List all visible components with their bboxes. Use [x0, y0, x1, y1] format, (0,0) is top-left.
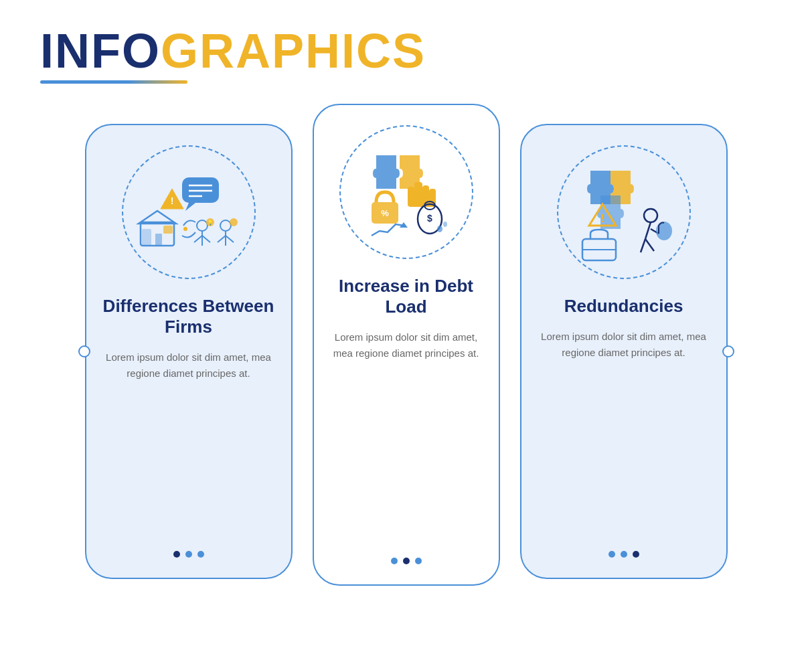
dot-1 [391, 558, 398, 564]
card-body-debt: Lorem ipsum dolor sit dim amet, mea regi… [331, 329, 482, 361]
svg-marker-8 [185, 203, 195, 211]
redundancies-icon-svg: ! [570, 159, 677, 266]
svg-text:💡: 💡 [207, 220, 213, 226]
svg-point-33 [443, 222, 447, 227]
dots-redundancies [608, 544, 639, 558]
svg-line-14 [194, 236, 202, 242]
dot-3 [197, 551, 204, 558]
svg-rect-4 [163, 226, 173, 234]
svg-line-21 [226, 236, 234, 242]
svg-text:$: $ [427, 213, 432, 224]
dot-3 [633, 551, 639, 558]
svg-point-23 [183, 227, 187, 231]
card-debt[interactable]: $ % Increase in Debt Load Lorem ipsum do… [313, 104, 500, 586]
page-wrapper: INFOGRAPHICS ! [0, 0, 812, 656]
svg-rect-2 [155, 234, 162, 246]
dot-1 [608, 551, 615, 558]
svg-point-32 [437, 226, 442, 232]
header: INFOGRAPHICS [40, 27, 426, 84]
card-differences[interactable]: ! 💡 [85, 124, 293, 579]
svg-rect-1 [142, 229, 151, 246]
icon-circle-debt: $ % [339, 125, 473, 259]
svg-line-20 [218, 236, 226, 242]
svg-line-43 [641, 239, 645, 252]
title-info: INFO [40, 24, 161, 78]
svg-point-12 [197, 220, 208, 231]
icon-circle-redundancies: ! [557, 145, 691, 279]
dots-debt [391, 551, 422, 564]
card-body-differences: Lorem ipsum dolor sit dim amet, mea regi… [103, 349, 274, 382]
card-body-redundancies: Lorem ipsum dolor sit dim amet, mea regi… [538, 329, 710, 361]
header-title: INFOGRAPHICS [40, 27, 426, 75]
svg-point-22 [230, 218, 238, 226]
card-title-debt: Increase in Debt Load [331, 276, 482, 317]
svg-point-18 [220, 220, 231, 231]
svg-text:!: ! [600, 213, 604, 224]
connector-dot-left-1 [78, 345, 90, 357]
differences-icon-svg: ! 💡 [135, 159, 242, 266]
svg-text:!: ! [170, 195, 173, 206]
svg-line-44 [645, 239, 654, 251]
dot-2 [621, 551, 627, 558]
svg-rect-24 [414, 182, 422, 202]
title-graphics: GRAPHICS [161, 24, 426, 78]
svg-point-41 [644, 209, 657, 222]
card-title-redundancies: Redundancies [564, 296, 683, 317]
card-title-differences: Differences Between Firms [103, 296, 274, 337]
dot-3 [415, 558, 422, 564]
dots-differences [173, 544, 204, 558]
dot-1 [173, 551, 180, 558]
dot-2 [403, 558, 410, 564]
svg-line-15 [202, 236, 210, 242]
header-underline [40, 80, 187, 84]
svg-text:%: % [381, 208, 389, 218]
icon-circle-differences: ! 💡 [122, 145, 256, 279]
cards-container: ! 💡 [40, 124, 772, 586]
debt-icon-svg: $ % [353, 139, 460, 246]
card-redundancies[interactable]: ! Redundancies L [520, 124, 728, 579]
svg-line-42 [645, 222, 651, 239]
dot-2 [185, 551, 192, 558]
connector-dot-right-3 [722, 345, 734, 357]
